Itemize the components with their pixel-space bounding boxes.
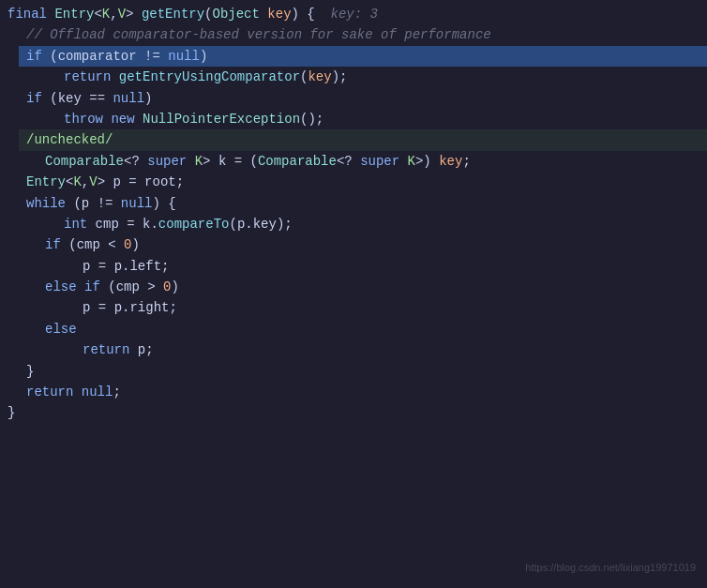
punct-lt: < <box>94 4 101 24</box>
punct-cast: <? <box>337 151 360 172</box>
param-key3: key <box>439 151 462 172</box>
op-neq: != <box>144 46 168 67</box>
op-assign2: = <box>128 172 144 192</box>
space1 <box>133 4 141 24</box>
punct-semicolon1: ); <box>332 67 348 87</box>
punct-wbrace: ) { <box>152 193 175 214</box>
kw-return3: return <box>26 382 82 402</box>
kw-null: null <box>168 46 200 67</box>
op-neq2: != <box>98 193 121 214</box>
line-entry-p: Entry<K,V> p = root; <box>19 172 707 192</box>
punct-paren-open: ( <box>204 4 212 24</box>
punct-eip2: ) <box>171 277 178 297</box>
brace-close-while: } <box>26 361 34 382</box>
param-key: key <box>267 4 291 24</box>
type-comparable: Comparable <box>45 151 124 172</box>
op-assign5: = <box>98 297 114 318</box>
punct-semi2: ; <box>462 151 470 172</box>
punct-p2: ) <box>144 88 152 109</box>
kw-else1: else <box>45 277 84 297</box>
punct-cp1: ( <box>229 214 236 234</box>
var-key2: key <box>253 214 277 234</box>
op-gt: > <box>147 277 163 297</box>
punct-comma: , <box>110 4 117 24</box>
var-p: p <box>113 172 128 192</box>
var-p3: p <box>83 256 98 277</box>
line-if-key-null: if (key == null) <box>19 88 707 109</box>
kw-if4: if <box>84 277 108 297</box>
punct-dot1: . <box>150 214 158 234</box>
punct-ip2: ) <box>131 234 139 255</box>
brace-close-method: } <box>8 402 15 423</box>
punct-comma2: , <box>82 172 89 192</box>
generic-k3: K <box>408 151 415 172</box>
kw-if2: if <box>26 88 50 109</box>
kw-else2: else <box>45 319 77 339</box>
method-getusingcomp: getEntryUsingComparator <box>119 67 300 87</box>
var-root: root <box>144 172 176 192</box>
punct-npe: (); <box>300 109 323 129</box>
punct-paren: ( <box>50 46 57 67</box>
punct-paren-close: ) { <box>292 4 315 24</box>
var-cmp3: cmp <box>116 277 148 297</box>
line-signature: final Entry<K,V> getEntry(Object key) { … <box>0 4 707 24</box>
annotation-unchecked: /unchecked/ <box>26 129 113 150</box>
punct-semi6: ; <box>145 339 153 360</box>
kw-null4: null <box>82 382 113 402</box>
line-while: while (p != null) { <box>19 193 707 214</box>
punct-dot3: . <box>122 256 129 277</box>
var-comparator: comparator <box>58 46 144 67</box>
line-final-brace: } <box>0 402 707 423</box>
line-close-while: } <box>19 361 707 382</box>
punct-semi7: ; <box>113 382 120 402</box>
kw-if: if <box>26 46 50 67</box>
punct-cast-close: >) <box>415 151 439 172</box>
key-hint: key: 3 <box>315 4 378 24</box>
punct-cp2: ); <box>277 214 293 234</box>
line-unchecked: /unchecked/ <box>19 129 707 150</box>
method-getentry: getEntry <box>142 4 204 24</box>
op-eq: == <box>89 88 113 109</box>
var-left: left <box>129 256 161 277</box>
code-container: final Entry<K,V> getEntry(Object key) { … <box>0 0 707 588</box>
generic-k: K <box>102 4 110 24</box>
var-cmp2: cmp <box>77 234 109 255</box>
kw-null3: null <box>121 193 153 214</box>
punct-dot4: . <box>122 297 129 318</box>
line-int-cmp: int cmp = k.compareTo(p.key); <box>56 214 707 234</box>
comment-text: // Offload comparator-based version for … <box>26 24 491 45</box>
kw-final: final <box>8 4 54 24</box>
generic-v: V <box>118 4 126 24</box>
line-if-cmp-lt: if (cmp < 0) <box>38 234 707 255</box>
kw-return: return <box>64 67 119 87</box>
punct-close-paren: ) <box>200 46 207 67</box>
var-key: key <box>58 88 90 109</box>
var-k2: k <box>143 214 150 234</box>
op-assign1: = ( <box>234 151 258 172</box>
type-entry2: Entry <box>26 172 66 192</box>
type-entry: Entry <box>54 4 94 24</box>
kw-int: int <box>64 214 96 234</box>
punct-eip1: ( <box>108 277 115 297</box>
punct-gt: > <box>126 4 133 24</box>
punct-p1: ( <box>50 88 57 109</box>
generic-v2: V <box>89 172 97 192</box>
watermark: https://blog.csdn.net/lixiang19971019 <box>525 560 696 577</box>
line-comparable: Comparable<? super K> k = (Comparable<? … <box>38 151 707 172</box>
line-return-null: return null; <box>19 382 707 402</box>
var-p2: p <box>82 193 98 214</box>
punct-semi5: ; <box>169 297 176 318</box>
type-object: Object <box>213 4 260 24</box>
line-comment: // Offload comparator-based version for … <box>19 24 707 45</box>
num-0b: 0 <box>163 277 171 297</box>
punct-semi3: ; <box>176 172 184 192</box>
kw-new: new <box>111 109 143 129</box>
punct-lt2: <? <box>124 151 147 172</box>
line-return-p: return p; <box>75 339 707 360</box>
punct-gt2: > <box>203 151 218 172</box>
param-key2: key <box>308 67 331 87</box>
type-comparable2: Comparable <box>258 151 337 172</box>
punct-dot2: . <box>245 214 252 234</box>
punct-lt3: < <box>66 172 73 192</box>
op-lt: < <box>108 234 124 255</box>
